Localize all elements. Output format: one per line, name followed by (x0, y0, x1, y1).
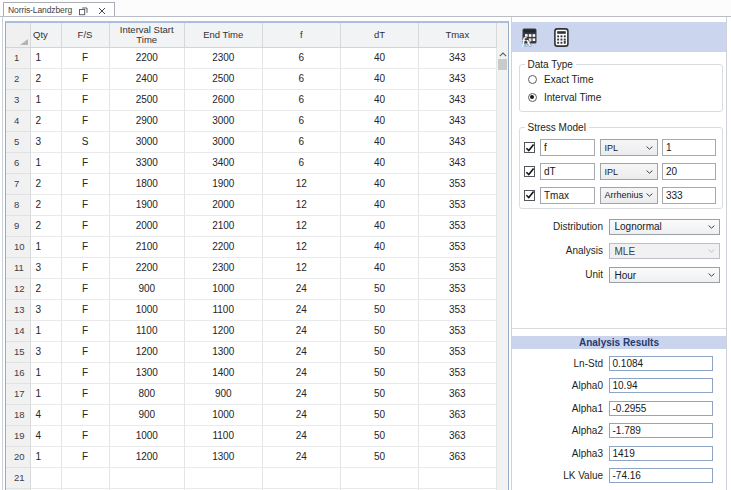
cell-f-row16[interactable]: 24 (263, 363, 342, 384)
cell-fs-row6[interactable]: F (62, 153, 110, 174)
cell-fs-row7[interactable]: F (62, 174, 110, 195)
radio-unselected-icon[interactable] (528, 75, 537, 84)
cell-end-row15[interactable]: 1300 (185, 342, 263, 363)
row-number-cell[interactable]: 2 (6, 69, 31, 90)
stress-model-select[interactable]: IPL (600, 139, 658, 156)
cell-tmax-row15[interactable]: 353 (419, 342, 497, 363)
cell-dt-row3[interactable]: 40 (341, 90, 419, 111)
row-number-cell[interactable]: 6 (6, 153, 31, 174)
quick-calculation-pad-button[interactable] (551, 27, 571, 48)
result-value-box[interactable]: -74.16 (609, 468, 713, 483)
row-number-cell[interactable]: 20 (6, 447, 31, 468)
cell-ist-row20[interactable]: 1200 (110, 447, 186, 468)
cell-qty-row4[interactable]: 2 (31, 111, 62, 132)
column-header-f[interactable]: f (263, 23, 342, 47)
cell-qty-row10[interactable]: 1 (31, 237, 62, 258)
cell-qty-row3[interactable]: 1 (31, 90, 62, 111)
cell-fs-row5[interactable]: S (62, 132, 110, 153)
cell-tmax-row12[interactable]: 353 (419, 279, 497, 300)
cell-fs-row11[interactable]: F (62, 258, 110, 279)
distribution-select[interactable]: Lognormal (609, 219, 721, 235)
result-value-box[interactable]: -1.789 (609, 423, 713, 438)
cell-end-row8[interactable]: 2000 (185, 195, 263, 216)
cell-end-row6[interactable]: 3400 (185, 153, 263, 174)
stress-name-input[interactable]: Tmax (540, 187, 595, 204)
vertical-scrollbar[interactable] (497, 23, 509, 490)
cell-fs-row10[interactable]: F (62, 237, 110, 258)
cell-end-row12[interactable]: 1000 (185, 279, 263, 300)
cell-end-row2[interactable]: 2500 (185, 69, 263, 90)
row-number-cell[interactable]: 16 (6, 363, 31, 384)
cell-fs-row9[interactable]: F (62, 216, 110, 237)
stress-name-input[interactable]: dT (540, 163, 595, 180)
result-value-box[interactable]: -0.2955 (609, 401, 713, 416)
row-number-cell[interactable]: 13 (6, 300, 31, 321)
row-number-cell[interactable]: 7 (6, 174, 31, 195)
cell-f-row13[interactable]: 24 (263, 300, 342, 321)
cell-tmax-row19[interactable]: 363 (419, 426, 497, 447)
analysis-select[interactable]: MLE (609, 243, 721, 259)
column-header-ist[interactable]: Interval Start Time (110, 23, 186, 47)
cell-fs-row18[interactable]: F (62, 405, 110, 426)
column-header-dt[interactable]: dT (341, 23, 419, 47)
cell-ist-row5[interactable]: 3000 (110, 132, 186, 153)
cell-fs-row15[interactable]: F (62, 342, 110, 363)
row-number-cell[interactable]: 14 (6, 321, 31, 342)
cell-tmax-row6[interactable]: 343 (419, 153, 497, 174)
cell-tmax-row14[interactable]: 353 (419, 321, 497, 342)
cell-tmax-row21[interactable] (419, 468, 497, 489)
cell-qty-row15[interactable]: 3 (31, 342, 62, 363)
cell-f-row10[interactable]: 12 (263, 237, 342, 258)
cell-end-row18[interactable]: 1000 (185, 405, 263, 426)
radio-selected-icon[interactable] (528, 93, 537, 102)
cell-dt-row16[interactable]: 50 (341, 363, 419, 384)
cell-ist-row13[interactable]: 1000 (110, 300, 186, 321)
cell-dt-row4[interactable]: 40 (341, 111, 419, 132)
cell-end-row21[interactable] (185, 468, 263, 489)
row-number-cell[interactable]: 11 (6, 258, 31, 279)
cell-ist-row14[interactable]: 1100 (110, 321, 186, 342)
cell-end-row16[interactable]: 1400 (185, 363, 263, 384)
cell-qty-row9[interactable]: 2 (31, 216, 62, 237)
cell-dt-row20[interactable]: 50 (341, 447, 419, 468)
radio-option-exact-time[interactable]: Exact Time (528, 73, 594, 85)
tab-close-icon[interactable] (98, 7, 106, 15)
cell-f-row15[interactable]: 24 (263, 342, 342, 363)
cell-dt-row11[interactable]: 40 (341, 258, 419, 279)
cell-ist-row16[interactable]: 1300 (110, 363, 186, 384)
cell-f-row19[interactable]: 24 (263, 426, 342, 447)
cell-fs-row20[interactable]: F (62, 447, 110, 468)
cell-end-row13[interactable]: 1100 (185, 300, 263, 321)
cell-tmax-row17[interactable]: 363 (419, 384, 497, 405)
cell-qty-row1[interactable]: 1 (31, 48, 62, 69)
stress-model-select[interactable]: IPL (600, 163, 658, 180)
stress-use-value-input[interactable]: 20 (662, 163, 716, 180)
row-number-cell[interactable]: 18 (6, 405, 31, 426)
row-number-cell[interactable]: 15 (6, 342, 31, 363)
cell-ist-row8[interactable]: 1900 (110, 195, 186, 216)
cell-dt-row21[interactable] (341, 468, 419, 489)
cell-dt-row5[interactable]: 40 (341, 132, 419, 153)
cell-ist-row15[interactable]: 1200 (110, 342, 186, 363)
cell-tmax-row1[interactable]: 343 (419, 48, 497, 69)
cell-fs-row2[interactable]: F (62, 69, 110, 90)
cell-ist-row21[interactable] (110, 468, 186, 489)
stress-enabled-checkbox[interactable] (524, 166, 535, 177)
cell-qty-row6[interactable]: 1 (31, 153, 62, 174)
cell-tmax-row20[interactable]: 363 (419, 447, 497, 468)
cell-tmax-row4[interactable]: 343 (419, 111, 497, 132)
cell-tmax-row9[interactable]: 353 (419, 216, 497, 237)
cell-fs-row14[interactable]: F (62, 321, 110, 342)
cell-dt-row17[interactable]: 50 (341, 384, 419, 405)
cell-qty-row17[interactable]: 1 (31, 384, 62, 405)
cell-fs-row16[interactable]: F (62, 363, 110, 384)
cell-end-row5[interactable]: 3000 (185, 132, 263, 153)
cell-end-row11[interactable]: 2300 (185, 258, 263, 279)
cell-dt-row8[interactable]: 40 (341, 195, 419, 216)
cell-dt-row2[interactable]: 40 (341, 69, 419, 90)
cell-tmax-row13[interactable]: 353 (419, 300, 497, 321)
column-header-fs[interactable]: F/S (62, 23, 110, 47)
cell-end-row4[interactable]: 3000 (185, 111, 263, 132)
cell-ist-row18[interactable]: 900 (110, 405, 186, 426)
cell-fs-row19[interactable]: F (62, 426, 110, 447)
